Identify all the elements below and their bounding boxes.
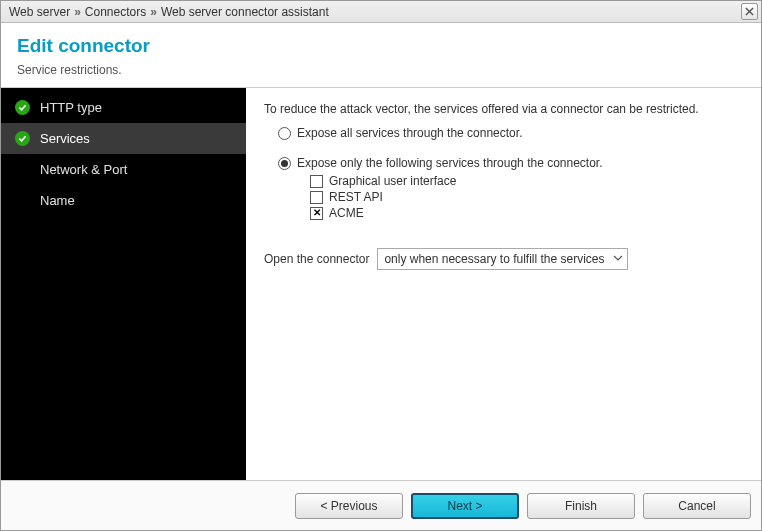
step-label: Name	[40, 193, 75, 208]
check-done-icon	[15, 100, 30, 115]
content-panel: To reduce the attack vector, the service…	[246, 88, 761, 480]
dialog-window: Web server » Connectors » Web server con…	[0, 0, 762, 531]
service-label: Graphical user interface	[329, 174, 456, 188]
option-expose-all[interactable]: Expose all services through the connecto…	[278, 126, 743, 140]
chevron-down-icon	[613, 252, 623, 266]
next-button[interactable]: Next >	[411, 493, 519, 519]
breadcrumb-part: Web server connector assistant	[161, 5, 329, 19]
check-done-icon	[15, 131, 30, 146]
checkbox-icon[interactable]	[310, 207, 323, 220]
page-subtitle: Service restrictions.	[17, 63, 745, 77]
service-rest-api[interactable]: REST API	[310, 190, 743, 204]
step-name[interactable]: Name	[1, 185, 246, 216]
step-network-port[interactable]: Network & Port	[1, 154, 246, 185]
service-gui[interactable]: Graphical user interface	[310, 174, 743, 188]
step-icon-empty	[15, 193, 30, 208]
close-icon	[745, 5, 754, 19]
title-bar: Web server » Connectors » Web server con…	[1, 1, 761, 23]
breadcrumb-separator: »	[150, 5, 157, 19]
radio-icon[interactable]	[278, 127, 291, 140]
previous-button[interactable]: < Previous	[295, 493, 403, 519]
page-title: Edit connector	[17, 35, 745, 57]
step-label: Network & Port	[40, 162, 127, 177]
select-value: only when necessary to fulfill the servi…	[384, 252, 604, 266]
step-label: Services	[40, 131, 90, 146]
option-expose-selected[interactable]: Expose only the following services throu…	[278, 156, 743, 170]
close-button[interactable]	[741, 3, 758, 20]
dialog-body: HTTP type Services Network & Port Name T…	[1, 88, 761, 480]
service-label: REST API	[329, 190, 383, 204]
service-label: ACME	[329, 206, 364, 220]
checkbox-icon[interactable]	[310, 175, 323, 188]
step-services[interactable]: Services	[1, 123, 246, 154]
breadcrumb-part: Web server	[9, 5, 70, 19]
radio-icon[interactable]	[278, 157, 291, 170]
service-acme[interactable]: ACME	[310, 206, 743, 220]
open-connector-select[interactable]: only when necessary to fulfill the servi…	[377, 248, 627, 270]
open-connector-row: Open the connector only when necessary t…	[264, 248, 743, 270]
step-label: HTTP type	[40, 100, 102, 115]
open-connector-label: Open the connector	[264, 252, 369, 266]
option-label: Expose only the following services throu…	[297, 156, 603, 170]
finish-button[interactable]: Finish	[527, 493, 635, 519]
dialog-header: Edit connector Service restrictions.	[1, 23, 761, 88]
cancel-button[interactable]: Cancel	[643, 493, 751, 519]
step-icon-empty	[15, 162, 30, 177]
breadcrumb-part: Connectors	[85, 5, 146, 19]
wizard-sidebar: HTTP type Services Network & Port Name	[1, 88, 246, 480]
breadcrumb-separator: »	[74, 5, 81, 19]
checkbox-icon[interactable]	[310, 191, 323, 204]
dialog-footer: < Previous Next > Finish Cancel	[1, 480, 761, 530]
intro-text: To reduce the attack vector, the service…	[264, 102, 743, 116]
option-label: Expose all services through the connecto…	[297, 126, 522, 140]
step-http-type[interactable]: HTTP type	[1, 92, 246, 123]
